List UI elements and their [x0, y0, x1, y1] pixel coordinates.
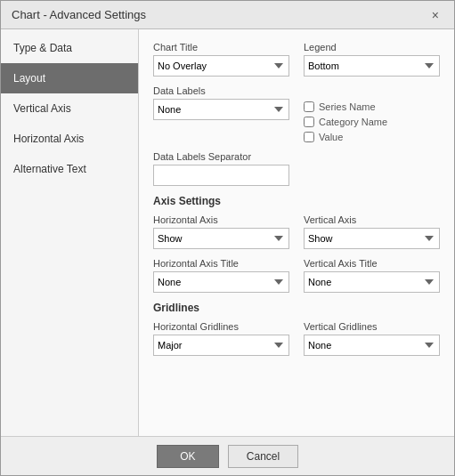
vertical-axis-group: Vertical Axis Show: [304, 214, 440, 249]
sidebar-item-type-data[interactable]: Type & Data: [1, 33, 138, 63]
horizontal-axis-title-label: Horizontal Axis Title: [153, 258, 289, 269]
horizontal-gridlines-group: Horizontal Gridlines Major: [153, 321, 289, 356]
category-name-checkbox[interactable]: [304, 117, 314, 127]
series-name-label: Series Name: [319, 101, 376, 112]
vertical-gridlines-group: Vertical Gridlines None: [304, 321, 440, 356]
vertical-axis-label: Vertical Axis: [304, 214, 440, 225]
value-checkbox-item: Value: [304, 132, 440, 142]
sidebar-item-alternative-text[interactable]: Alternative Text: [1, 154, 138, 184]
separator-spacer: [304, 151, 440, 186]
horizontal-axis-select[interactable]: Show: [153, 228, 289, 249]
data-labels-label: Data Labels: [153, 85, 289, 96]
separator-group: Data Labels Separator: [153, 151, 289, 186]
sidebar: Type & Data Layout Vertical Axis Horizon…: [1, 29, 139, 436]
legend-group: Legend Bottom: [304, 42, 440, 77]
dialog: Chart - Advanced Settings × Type & Data …: [0, 0, 455, 476]
data-labels-group: Data Labels None: [153, 85, 289, 142]
vertical-axis-select[interactable]: Show: [304, 228, 440, 249]
axis-settings-section: Axis Settings Horizontal Axis Show Verti…: [153, 195, 440, 293]
horizontal-gridlines-select[interactable]: Major: [153, 335, 289, 356]
axis-settings-title: Axis Settings: [153, 195, 440, 207]
cancel-button[interactable]: Cancel: [228, 445, 298, 468]
vertical-axis-title-label: Vertical Axis Title: [304, 258, 440, 269]
title-bar: Chart - Advanced Settings ×: [1, 1, 454, 29]
series-name-checkbox-item: Series Name: [304, 101, 440, 112]
sidebar-item-layout[interactable]: Layout: [1, 63, 138, 93]
dialog-footer: OK Cancel: [1, 436, 454, 475]
data-labels-select[interactable]: None: [153, 99, 289, 120]
legend-label: Legend: [304, 42, 440, 52]
chart-title-legend-row: Chart Title No Overlay Legend Bottom: [153, 42, 440, 77]
dialog-title: Chart - Advanced Settings: [12, 8, 146, 21]
horizontal-axis-title-group: Horizontal Axis Title None: [153, 258, 289, 293]
gridlines-title: Gridlines: [153, 302, 440, 314]
horizontal-axis-label: Horizontal Axis: [153, 214, 289, 225]
axis-title-row: Horizontal Axis Title None Vertical Axis…: [153, 258, 440, 293]
chart-title-select[interactable]: No Overlay: [153, 55, 289, 77]
data-labels-checkboxes: Series Name Category Name Value: [304, 85, 440, 142]
sidebar-item-horizontal-axis[interactable]: Horizontal Axis: [1, 124, 138, 154]
data-labels-row: Data Labels None Series Name Category Na: [153, 85, 440, 142]
sidebar-item-vertical-axis[interactable]: Vertical Axis: [1, 93, 138, 124]
vertical-axis-title-select[interactable]: None: [304, 271, 440, 293]
gridlines-section: Gridlines Horizontal Gridlines Major Ver…: [153, 302, 440, 356]
value-checkbox[interactable]: [304, 132, 314, 142]
main-content: Chart Title No Overlay Legend Bottom Dat…: [139, 29, 454, 436]
gridlines-row: Horizontal Gridlines Major Vertical Grid…: [153, 321, 440, 356]
axis-row: Horizontal Axis Show Vertical Axis Show: [153, 214, 440, 249]
legend-select[interactable]: Bottom: [304, 55, 440, 77]
value-label: Value: [319, 132, 343, 142]
checkbox-group: Series Name Category Name Value: [304, 85, 440, 142]
category-name-checkbox-item: Category Name: [304, 117, 440, 127]
category-name-label: Category Name: [319, 117, 387, 127]
ok-button[interactable]: OK: [157, 445, 219, 468]
chart-title-label: Chart Title: [153, 42, 289, 52]
horizontal-axis-title-select[interactable]: None: [153, 271, 289, 293]
vertical-gridlines-select[interactable]: None: [304, 335, 440, 356]
dialog-body: Type & Data Layout Vertical Axis Horizon…: [1, 29, 454, 436]
horizontal-gridlines-label: Horizontal Gridlines: [153, 321, 289, 332]
separator-row: Data Labels Separator: [153, 151, 440, 186]
separator-input[interactable]: [153, 165, 289, 186]
vertical-axis-title-group: Vertical Axis Title None: [304, 258, 440, 293]
chart-title-group: Chart Title No Overlay: [153, 42, 289, 77]
horizontal-axis-group: Horizontal Axis Show: [153, 214, 289, 249]
series-name-checkbox[interactable]: [304, 101, 314, 112]
vertical-gridlines-label: Vertical Gridlines: [304, 321, 440, 332]
close-button[interactable]: ×: [427, 7, 443, 23]
separator-label: Data Labels Separator: [153, 151, 289, 162]
